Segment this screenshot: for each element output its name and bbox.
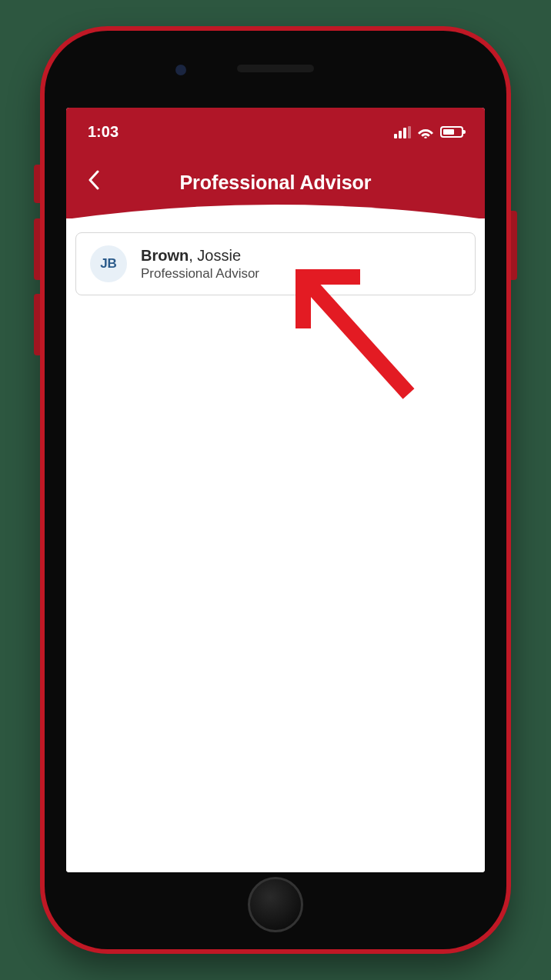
- ear-speaker: [237, 65, 314, 72]
- status-time: 1:03: [88, 123, 119, 141]
- battery-icon: [440, 126, 463, 138]
- wifi-icon: [417, 126, 434, 138]
- page-title: Professional Advisor: [179, 172, 371, 194]
- cellular-signal-icon: [394, 126, 411, 138]
- advisor-last-name: Brown: [141, 247, 189, 264]
- phone-side-buttons: [34, 165, 40, 369]
- app-header: 1:03: [66, 108, 485, 218]
- battery-level: [443, 129, 454, 135]
- home-button[interactable]: [248, 877, 303, 932]
- content-area: JB Brown, Jossie Professional Advisor: [66, 218, 485, 872]
- advisor-text: Brown, Jossie Professional Advisor: [141, 247, 259, 282]
- advisor-list-item[interactable]: JB Brown, Jossie Professional Advisor: [75, 232, 476, 295]
- avatar: JB: [90, 245, 127, 282]
- phone-screen: 1:03: [66, 108, 485, 872]
- header-curve-decoration: [66, 204, 485, 219]
- phone-speaker-area: [237, 65, 314, 72]
- status-bar: 1:03: [66, 108, 485, 153]
- advisor-name: Brown, Jossie: [141, 247, 259, 265]
- back-button[interactable]: [80, 167, 108, 198]
- front-camera: [175, 65, 186, 75]
- power-button: [511, 211, 517, 280]
- advisor-role: Professional Advisor: [141, 266, 259, 282]
- status-icons: [394, 126, 463, 138]
- mute-switch: [34, 165, 40, 203]
- volume-up-button: [34, 218, 40, 280]
- power-button-holder: [511, 211, 517, 280]
- phone-bezel: 1:03: [45, 31, 506, 949]
- volume-down-button: [34, 294, 40, 355]
- avatar-initials: JB: [100, 256, 117, 272]
- phone-device-frame: 1:03: [40, 26, 511, 954]
- advisor-first-name: , Jossie: [189, 247, 241, 264]
